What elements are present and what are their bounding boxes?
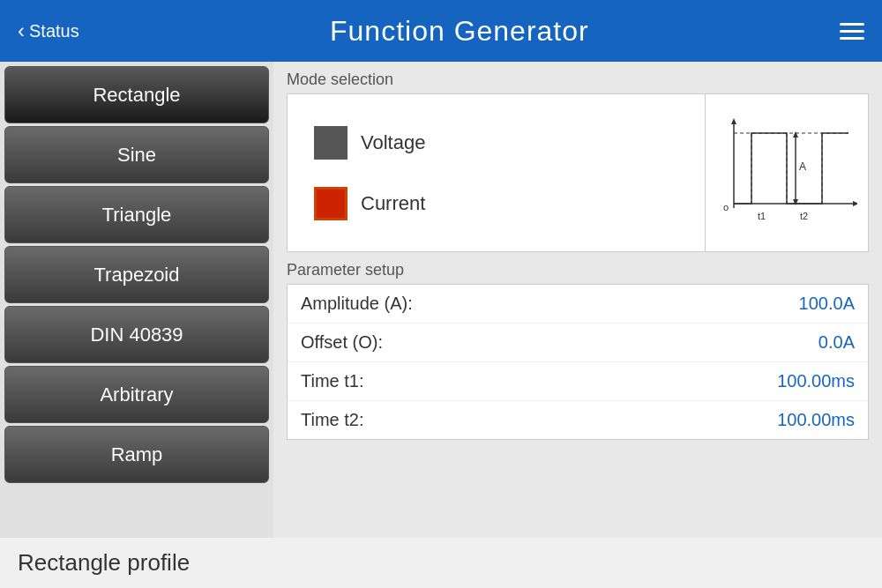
sidebar-item-label: Trapezoid xyxy=(93,264,179,287)
svg-text:t2: t2 xyxy=(800,211,808,221)
svg-text:t1: t1 xyxy=(758,211,766,221)
sidebar-item-label: Arbitrary xyxy=(100,383,173,406)
back-label: Status xyxy=(29,21,79,41)
voltage-label: Voltage xyxy=(361,131,425,154)
chevron-left-icon: ‹ xyxy=(18,19,25,43)
app-header: ‹ Status Function Generator xyxy=(0,0,882,62)
param-value-offset[interactable]: 0.0A xyxy=(818,332,855,353)
sidebar-item-label: Rectangle xyxy=(93,84,180,107)
param-label-amplitude: Amplitude (A): xyxy=(301,294,413,314)
menu-button[interactable] xyxy=(840,23,864,40)
sidebar-item-ramp[interactable]: Ramp xyxy=(4,426,269,483)
svg-marker-1 xyxy=(853,201,857,206)
param-label-t1: Time t1: xyxy=(301,371,364,391)
param-value-amplitude[interactable]: 100.0A xyxy=(799,294,855,314)
sidebar-item-triangle[interactable]: Triangle xyxy=(4,186,269,243)
param-label-t2: Time t2: xyxy=(301,410,364,430)
sidebar-item-din40839[interactable]: DIN 40839 xyxy=(4,306,269,363)
parameter-setup-section: Parameter setup Amplitude (A): 100.0A Of… xyxy=(287,261,869,440)
svg-marker-3 xyxy=(731,118,736,124)
menu-icon-line3 xyxy=(840,37,864,40)
param-value-t1[interactable]: 100.00ms xyxy=(777,371,855,391)
sidebar-item-rectangle[interactable]: Rectangle xyxy=(4,66,269,123)
param-row-offset: Offset (O): 0.0A xyxy=(288,324,868,362)
mode-selection-box: Voltage Current xyxy=(287,93,869,252)
waveform-diagram: o A t1 xyxy=(705,94,868,251)
right-panel: Mode selection Voltage Current xyxy=(273,62,882,538)
sidebar-item-label: DIN 40839 xyxy=(90,324,183,346)
mode-options: Voltage Current xyxy=(288,94,705,251)
sidebar-item-sine[interactable]: Sine xyxy=(4,126,269,183)
sidebar-item-label: Sine xyxy=(117,144,156,167)
waveform-svg: o A t1 xyxy=(716,107,857,239)
param-row-t1: Time t1: 100.00ms xyxy=(288,362,868,401)
page-title: Function Generator xyxy=(330,15,589,48)
mode-selection-section: Mode selection Voltage Current xyxy=(287,71,869,252)
sidebar-item-label: Triangle xyxy=(102,204,172,227)
parameter-setup-label: Parameter setup xyxy=(287,261,869,279)
param-label-offset: Offset (O): xyxy=(301,332,383,353)
bottom-description-text: Rectangle profile xyxy=(18,549,190,577)
bottom-description: Rectangle profile xyxy=(0,538,882,588)
voltage-icon xyxy=(314,126,348,160)
back-button[interactable]: ‹ Status xyxy=(18,19,79,43)
sidebar-item-label: Ramp xyxy=(111,443,163,466)
parameter-box: Amplitude (A): 100.0A Offset (O): 0.0A T… xyxy=(287,284,869,440)
voltage-option[interactable]: Voltage xyxy=(314,126,678,160)
current-label: Current xyxy=(361,192,425,215)
param-value-t2[interactable]: 100.00ms xyxy=(777,410,855,430)
menu-icon-line1 xyxy=(840,23,864,26)
main-content: Rectangle Sine Triangle Trapezoid DIN 40… xyxy=(0,62,882,538)
svg-text:A: A xyxy=(799,160,806,173)
svg-marker-11 xyxy=(793,199,798,205)
current-icon xyxy=(314,187,348,220)
menu-icon-line2 xyxy=(840,30,864,33)
param-row-t2: Time t2: 100.00ms xyxy=(288,401,868,439)
svg-marker-10 xyxy=(793,131,798,138)
sidebar-item-arbitrary[interactable]: Arbitrary xyxy=(4,366,269,423)
param-row-amplitude: Amplitude (A): 100.0A xyxy=(288,285,868,324)
current-option[interactable]: Current xyxy=(314,187,678,220)
sidebar: Rectangle Sine Triangle Trapezoid DIN 40… xyxy=(0,62,273,538)
mode-selection-label: Mode selection xyxy=(287,71,869,89)
sidebar-item-trapezoid[interactable]: Trapezoid xyxy=(4,246,269,303)
svg-text:o: o xyxy=(723,202,729,212)
